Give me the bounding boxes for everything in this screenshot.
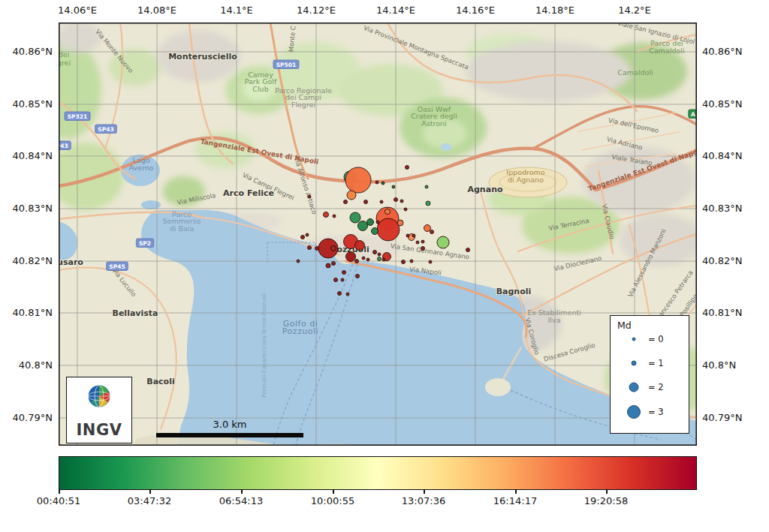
earthquake-marker [333,215,336,218]
longitude-tick-label: 14.1°E [210,5,263,16]
map-label: dei [59,50,69,59]
map-label: Fusaro [59,257,83,267]
latitude-tick-label: 40.83°N [2,203,53,214]
legend-circle [632,338,636,341]
earthquake-marker [382,258,385,261]
latitude-tick-label: 40.86°N [702,46,756,57]
longitude-tick-label: 14.06°E [51,5,104,16]
legend-circle [629,383,639,392]
time-colorbar [59,456,697,490]
colorbar-tick-label: 10:00:55 [299,495,366,506]
seismic-map-figure: { "axes": { "top": [["14.06°E",103],["14… [0,0,769,532]
earthquake-marker [425,185,428,188]
legend-entry-label: = 1 [648,358,664,368]
map-canvas: MonteruscielloArco FeliceAgnanoBagnoliBe… [59,23,697,446]
earthquake-marker [416,241,419,244]
earthquake-marker [402,260,406,264]
earthquake-marker [331,246,336,251]
longitude-tick-label: 14.16°E [449,5,502,16]
scalebar-label: 3.0 km [185,419,275,430]
colorbar-tick-label: 16:14:17 [481,495,549,506]
road-ref-label: SP43 [98,126,113,133]
earthquake-marker [421,240,424,243]
earthquake-marker [376,221,379,224]
earthquake-marker [345,167,371,193]
earthquake-marker [355,241,365,251]
earthquake-marker [424,225,431,232]
earthquake-marker [404,208,407,211]
earthquake-marker [378,253,381,256]
legend-entry-label: = 2 [648,382,664,392]
scalebar [156,433,303,437]
colorbar-tick-label: 13:07:36 [390,495,457,506]
latitude-tick-label: 40.79°N [2,412,53,423]
map-label: grei [59,59,71,67]
earthquake-marker [355,260,359,263]
earthquake-marker [372,228,378,235]
longitude-tick-label: 14.14°E [369,5,422,16]
legend-entry-label: = 3 [648,407,664,417]
magnitude-legend: Md = 0= 1= 2= 3 [610,315,689,434]
colorbar-tick-label: 00:40:51 [25,495,92,506]
ingv-logo-box: INGV [66,377,132,443]
earthquake-marker [358,221,368,231]
map-label: Agnano [467,185,502,194]
earthquake-marker [334,278,338,282]
map-label: Bagnoli [496,287,532,296]
earthquake-marker [397,220,403,226]
latitude-tick-label: 40.8°N [702,359,756,371]
map-label: Pozzuoli-Casamicciola-Terme-Pozzuoli [261,293,267,398]
colorbar-tick [241,490,243,494]
earthquake-marker [377,218,400,241]
colorbar-tick [515,490,517,494]
earthquake-marker [332,262,336,266]
earthquake-marker [324,212,329,218]
longitude-tick-label: 14.2°E [608,5,661,16]
earthquake-marker [466,248,470,252]
earthquake-marker [400,200,403,203]
latitude-tick-label: 40.81°N [702,307,756,318]
nisida-island [485,378,511,396]
map-label: Golfo diPozzuoli [282,319,318,336]
colorbar-tick [149,490,151,494]
earthquake-marker [406,234,409,237]
latitude-tick-label: 40.86°N [2,46,53,57]
earthquake-marker [342,271,346,275]
road-ref-label: SP43 [59,143,68,149]
latitude-tick-label: 40.84°N [2,150,53,161]
earthquake-marker [426,201,430,206]
legend-entry-label: = 0 [648,334,664,344]
latitude-tick-label: 40.85°N [2,98,53,110]
earthquake-marker [410,260,413,263]
earthquake-marker [421,247,425,251]
earthquake-marker [338,292,342,296]
earthquake-marker [362,257,365,260]
map-label: Camaldoli [617,68,653,77]
earthquake-marker [364,200,368,204]
earthquake-marker [297,260,300,263]
road-ref-label: A [691,111,695,118]
ingv-logo-text: INGV [67,421,131,439]
map-label: Monterusciello [168,52,237,62]
earthquake-marker [406,166,409,170]
longitude-tick-label: 14.18°E [529,5,581,16]
map-label: Arco Felice [223,188,274,198]
earthquake-marker [367,219,374,226]
colorbar-tick [606,490,608,494]
earthquake-marker [394,198,398,202]
latitude-tick-label: 40.85°N [702,98,756,110]
latitude-tick-label: 40.83°N [702,203,756,214]
astroni-pond [441,143,451,151]
earthquake-marker [350,212,360,223]
earthquake-marker [385,209,391,215]
map-label: Bellavista [113,308,158,318]
road-ref-label: SP501 [276,62,297,68]
earthquake-marker [373,251,377,254]
ingv-globe-icon [86,383,113,410]
earthquake-marker [347,191,356,200]
colorbar-tick-label: 03:47:32 [116,495,183,506]
earthquake-marker [306,233,309,236]
map-label: Ippodromodi Agnano [506,168,544,184]
road-ref-label: SP45 [109,263,125,270]
earthquake-marker [381,182,384,185]
